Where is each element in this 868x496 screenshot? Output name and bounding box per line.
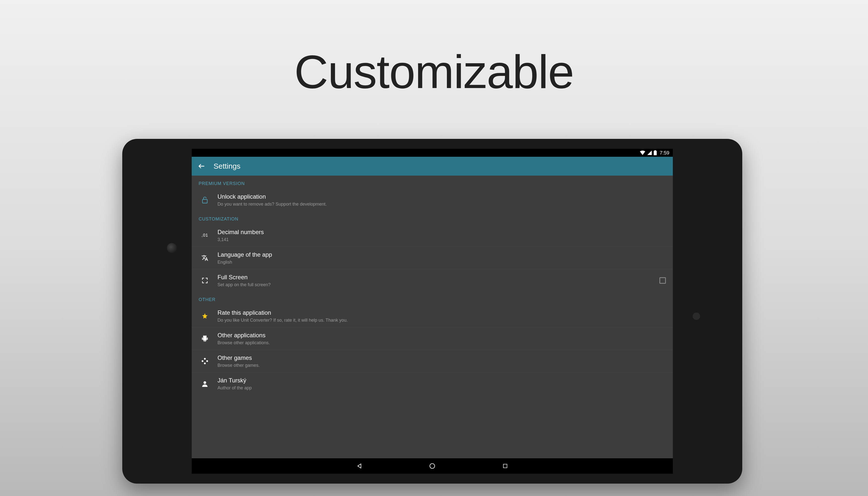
svg-point-11 [204,358,206,360]
row-rate-app[interactable]: Rate this application Do you like Unit C… [192,305,673,327]
row-subtitle: 3,141 [217,237,666,243]
appbar-title: Settings [214,162,240,170]
fullscreen-icon [199,277,211,284]
row-title: Other applications [217,331,666,340]
star-icon [199,313,211,319]
svg-rect-6 [203,338,207,341]
nav-recents-button[interactable] [501,462,509,470]
svg-rect-9 [204,340,205,341]
svg-point-14 [204,362,206,364]
android-icon [199,335,211,342]
person-icon [199,381,211,387]
svg-rect-7 [202,338,203,340]
row-subtitle: Do you like Unit Converter? If so, rate … [217,317,666,323]
section-header-customization: CUSTOMIZATION [192,211,673,224]
app-bar: Settings [192,157,673,175]
section-header-other: OTHER [192,292,673,305]
row-title: Other games [217,354,666,362]
games-icon [199,358,211,365]
back-button[interactable] [197,161,206,171]
settings-content: PREMIUM VERSION Unlock application Do yo… [192,175,673,458]
row-title: Rate this application [217,309,666,317]
fullscreen-checkbox[interactable] [660,277,666,284]
row-subtitle: English [217,259,666,265]
battery-icon [654,150,657,155]
row-subtitle: Browse other applications. [217,340,666,346]
cell-signal-icon [647,151,652,155]
section-header-premium: PREMIUM VERSION [192,175,673,189]
svg-rect-5 [203,336,207,338]
navigation-bar [192,458,673,474]
tablet-frame: 7:59 Settings PREMIUM VERSION Unlock app… [122,139,742,484]
svg-point-15 [204,381,206,384]
decimal-icon-text: ,01 [202,233,208,238]
wifi-icon [640,151,645,155]
lock-open-icon [199,196,211,204]
svg-rect-2 [202,199,207,203]
svg-point-13 [206,360,208,362]
svg-rect-0 [654,151,657,155]
screen: 7:59 Settings PREMIUM VERSION Unlock app… [192,149,673,474]
row-other-games[interactable]: Other games Browse other games. [192,350,673,372]
hero-title: Customizable [294,45,574,99]
row-title: Ján Turský [217,376,666,385]
translate-icon [199,254,211,261]
row-other-apps[interactable]: Other applications Browse other applicat… [192,327,673,350]
row-subtitle: Do you want to remove ads? Support the d… [217,201,666,207]
status-time: 7:59 [660,150,669,156]
nav-home-button[interactable] [428,462,436,470]
row-full-screen[interactable]: Full Screen Set app on the full screen? [192,269,673,292]
svg-point-12 [202,360,203,362]
row-unlock-application[interactable]: Unlock application Do you want to remove… [192,189,673,211]
row-title: Unlock application [217,192,666,201]
row-subtitle: Author of the app [217,385,666,391]
decimal-icon: ,01 [199,233,211,238]
row-language[interactable]: Language of the app English [192,247,673,269]
status-bar: 7:59 [192,149,673,157]
nav-back-button[interactable] [355,462,363,470]
row-decimal-numbers[interactable]: ,01 Decimal numbers 3,141 [192,224,673,247]
row-subtitle: Browse other games. [217,362,666,369]
row-title: Decimal numbers [217,228,666,236]
row-subtitle: Set app on the full screen? [217,282,654,288]
row-author[interactable]: Ján Turský Author of the app [192,372,673,395]
svg-rect-17 [503,464,507,468]
svg-rect-10 [205,340,206,341]
svg-rect-8 [207,338,208,340]
svg-point-16 [430,464,435,468]
row-title: Language of the app [217,250,666,259]
svg-rect-1 [654,150,656,151]
row-title: Full Screen [217,273,654,281]
